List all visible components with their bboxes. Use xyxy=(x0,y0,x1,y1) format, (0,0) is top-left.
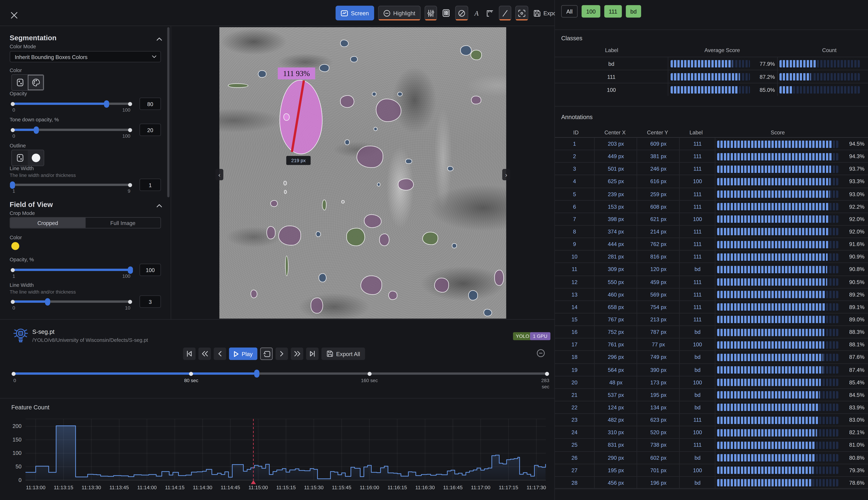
annotation-label[interactable]: bd xyxy=(679,389,716,401)
annotation-id[interactable]: 20 xyxy=(555,376,594,388)
annotation-center-y[interactable]: 196 px xyxy=(637,477,679,489)
annotation-blob-g[interactable] xyxy=(422,232,438,245)
annotation-label[interactable]: bd xyxy=(679,452,716,464)
annotation-blob-b[interactable] xyxy=(377,182,380,186)
slider-handle[interactable] xyxy=(104,100,109,107)
annotation-center-x[interactable]: 195 px xyxy=(594,464,637,476)
annotation-center-y[interactable]: 259 px xyxy=(637,188,679,200)
annotation-blob-p[interactable] xyxy=(311,298,323,314)
annotation-blob-p[interactable] xyxy=(278,225,301,246)
annotation-label[interactable]: 111 xyxy=(679,238,716,250)
annotation-center-x[interactable]: 752 px xyxy=(594,326,637,338)
text-tool-button[interactable]: A xyxy=(472,6,481,21)
annotation-blob-b[interactable] xyxy=(316,231,321,237)
annotation-id[interactable]: 3 xyxy=(555,163,594,175)
annotation-blob-b[interactable] xyxy=(406,159,412,164)
rewind-button[interactable] xyxy=(198,348,211,360)
filter-all-button[interactable]: All xyxy=(561,5,578,18)
annotation-row[interactable]: 5239 px259 px11193.0% xyxy=(555,188,868,201)
annotation-id[interactable]: 17 xyxy=(555,339,594,351)
annotation-blob-p[interactable] xyxy=(340,95,354,107)
skip-start-button[interactable] xyxy=(183,348,196,360)
collapse-transport-icon[interactable] xyxy=(536,349,545,357)
annotation-blob-b[interactable] xyxy=(351,56,358,62)
annotation-label[interactable]: 111 xyxy=(679,226,716,238)
play-button[interactable]: Play xyxy=(229,348,257,360)
filter-100-button[interactable]: 100 xyxy=(582,5,600,18)
collapse-segmentation-icon[interactable] xyxy=(157,37,162,41)
annotation-row[interactable]: 13460 px569 px11189.2% xyxy=(555,288,868,301)
annotation-row[interactable]: 10281 px816 px11190.9% xyxy=(555,251,868,263)
annotation-center-y[interactable]: 214 px xyxy=(637,226,679,238)
color-mode-select[interactable]: Inherit Bounding Boxes Colors xyxy=(10,51,161,62)
annotation-id[interactable]: 15 xyxy=(555,314,594,326)
slider-handle[interactable] xyxy=(34,126,38,134)
annotation-center-x[interactable]: 239 px xyxy=(594,188,637,200)
annotation-blob-g[interactable] xyxy=(228,83,248,88)
annotation-blob-w[interactable] xyxy=(284,190,287,194)
annotation-blob-b[interactable] xyxy=(447,166,454,171)
annotation-id[interactable]: 12 xyxy=(555,276,594,288)
annotation-id[interactable]: 24 xyxy=(555,427,594,439)
annotation-center-y[interactable]: 195 px xyxy=(637,389,679,401)
annotation-center-y[interactable]: 616 px xyxy=(637,175,679,187)
highlight-mode-button[interactable]: Highlight xyxy=(378,6,421,21)
focus-tool-button[interactable] xyxy=(515,6,528,21)
annotation-row[interactable]: 15767 px213 px11189.0% xyxy=(555,314,868,326)
annotation-id[interactable]: 21 xyxy=(555,389,594,401)
annotation-center-y[interactable]: 816 px xyxy=(637,251,679,263)
annotation-center-x[interactable]: 761 px xyxy=(594,339,637,351)
annotation-center-y[interactable]: 381 px xyxy=(637,150,679,162)
annotation-row[interactable]: 19564 px390 pxbd87.4% xyxy=(555,364,868,376)
annotation-center-x[interactable]: 449 px xyxy=(594,150,637,162)
annotation-center-y[interactable]: 623 px xyxy=(637,414,679,426)
crop-full-image-option[interactable]: Full Image xyxy=(85,218,160,228)
annotation-row[interactable]: 11309 px120 pxbd90.8% xyxy=(555,263,868,276)
annotation-id[interactable]: 13 xyxy=(555,288,594,300)
annotation-center-y[interactable]: 569 px xyxy=(637,288,679,300)
annotation-id[interactable]: 10 xyxy=(555,251,594,263)
annotation-row[interactable]: 25831 px738 px11181.0% xyxy=(555,439,868,452)
annotation-row[interactable]: 27195 px701 px10079.3% xyxy=(555,464,868,477)
skip-end-button[interactable] xyxy=(306,348,319,360)
annotation-id[interactable]: 7 xyxy=(555,213,594,225)
annotation-label[interactable]: 111 xyxy=(679,188,716,200)
annotation-id[interactable]: 16 xyxy=(555,326,594,338)
classes-row[interactable]: 11187.2%17 xyxy=(555,70,868,83)
annotation-row[interactable]: 16752 px787 pxbd88.3% xyxy=(555,326,868,339)
annotation-center-y[interactable]: 602 px xyxy=(637,452,679,464)
annotation-label[interactable]: 100 xyxy=(679,339,716,351)
annotation-center-y[interactable]: 246 px xyxy=(637,163,679,175)
annotation-center-x[interactable]: 296 px xyxy=(594,351,637,363)
annotation-center-x[interactable]: 501 px xyxy=(594,163,637,175)
annotation-blob-p[interactable] xyxy=(434,277,449,293)
annotation-row[interactable]: 17761 px77 px10088.1% xyxy=(555,339,868,351)
annotation-label[interactable]: 111 xyxy=(679,251,716,263)
annotation-center-x[interactable]: 374 px xyxy=(594,226,637,238)
collapse-fov-icon[interactable] xyxy=(157,204,162,208)
annotation-center-x[interactable]: 124 px xyxy=(594,401,637,413)
annotation-center-y[interactable]: 621 px xyxy=(637,213,679,225)
annotation-blob-p[interactable] xyxy=(471,96,481,104)
annotation-center-x[interactable]: 153 px xyxy=(594,201,637,213)
next-frame-button[interactable]: › xyxy=(502,169,510,180)
palette-color-option[interactable] xyxy=(28,75,44,90)
annotation-id[interactable]: 23 xyxy=(555,414,594,426)
annotation-label[interactable]: 100 xyxy=(679,376,716,388)
annotation-label[interactable]: 100 xyxy=(679,427,716,439)
annotation-label[interactable]: bd xyxy=(679,401,716,413)
annotation-center-y[interactable]: 520 px xyxy=(637,427,679,439)
annotation-center-y[interactable]: 749 px xyxy=(637,351,679,363)
annotation-id[interactable]: 22 xyxy=(555,401,594,413)
annotation-blob-p[interactable] xyxy=(361,275,382,295)
annotation-row[interactable]: 21537 px195 pxbd84.5% xyxy=(555,389,868,401)
left-panel-scrollbar[interactable] xyxy=(167,27,169,197)
annotation-id[interactable]: 26 xyxy=(555,452,594,464)
fov-color-swatch[interactable] xyxy=(11,242,19,250)
annotation-row[interactable]: 8374 px214 px11192.0% xyxy=(555,226,868,238)
adjustments-button[interactable] xyxy=(424,6,437,21)
annotation-id[interactable]: 1 xyxy=(555,138,594,150)
annotation-label[interactable]: 111 xyxy=(679,150,716,162)
annotation-row[interactable]: 12550 px459 px11190.5% xyxy=(555,276,868,288)
annotation-blob-b[interactable] xyxy=(460,45,472,55)
